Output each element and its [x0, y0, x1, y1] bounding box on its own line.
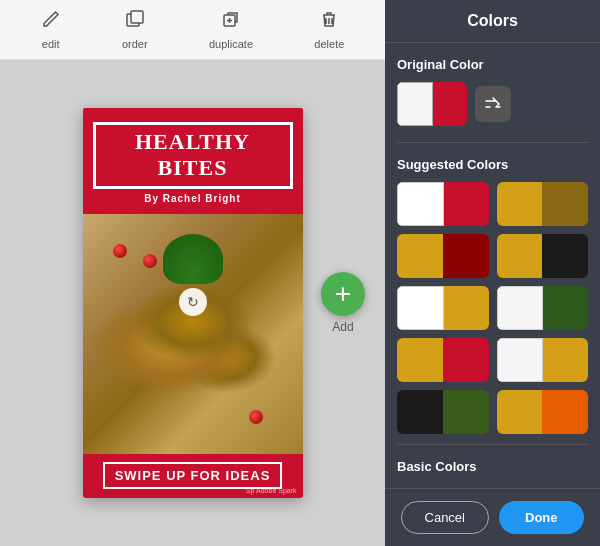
- book-cover[interactable]: Healthy Bites By Rachel Bright ↻ Swipe U…: [83, 108, 303, 498]
- done-button[interactable]: Done: [499, 501, 585, 534]
- pair-1-swatch-2: [444, 182, 489, 226]
- order-tool[interactable]: order: [122, 9, 148, 50]
- color-pair-1[interactable]: [397, 182, 489, 226]
- delete-label: delete: [314, 38, 344, 50]
- original-swatch-2: [433, 82, 467, 126]
- pair-2-swatch-1: [497, 182, 543, 226]
- edit-icon: [41, 9, 61, 34]
- pair-10-swatch-1: [497, 390, 543, 434]
- duplicate-label: duplicate: [209, 38, 253, 50]
- delete-tool[interactable]: delete: [314, 9, 344, 50]
- canvas-area: Healthy Bites By Rachel Bright ↻ Swipe U…: [0, 60, 385, 546]
- edit-label: edit: [42, 38, 60, 50]
- book-subtitle: By Rachel Bright: [93, 193, 293, 204]
- panel-header: Colors: [385, 0, 600, 43]
- pair-9-swatch-1: [397, 390, 443, 434]
- pair-4-swatch-2: [542, 234, 588, 278]
- pair-7-swatch-2: [443, 338, 489, 382]
- cherry-1: [113, 244, 127, 258]
- color-pair-2[interactable]: [497, 182, 589, 226]
- pair-10-swatch-2: [542, 390, 588, 434]
- color-pair-7[interactable]: [397, 338, 489, 382]
- svg-rect-1: [131, 11, 143, 23]
- shuffle-button[interactable]: [475, 86, 511, 122]
- colors-panel: Colors Original Color Suggested Colors: [385, 0, 600, 546]
- pair-2-swatch-2: [542, 182, 588, 226]
- basic-colors-label: Basic Colors: [397, 459, 588, 474]
- pair-5-swatch-1: [397, 286, 444, 330]
- cherry-2: [143, 254, 157, 268]
- color-pair-6[interactable]: [497, 286, 589, 330]
- book-food-image: [83, 214, 303, 454]
- cherry-3: [249, 410, 263, 424]
- pair-8-swatch-2: [543, 338, 588, 382]
- toolbar: edit order duplicate: [0, 0, 385, 60]
- panel-content: Original Color Suggested Colors: [385, 43, 600, 488]
- pair-1-swatch-1: [397, 182, 444, 226]
- pair-9-swatch-2: [443, 390, 489, 434]
- add-button[interactable]: +: [321, 272, 365, 316]
- divider-1: [397, 142, 588, 143]
- left-panel: edit order duplicate: [0, 0, 385, 546]
- pair-3-swatch-2: [443, 234, 489, 278]
- greenery: [163, 234, 223, 284]
- color-pair-3[interactable]: [397, 234, 489, 278]
- pair-4-swatch-1: [497, 234, 543, 278]
- add-label: Add: [332, 320, 353, 334]
- color-pair-8[interactable]: [497, 338, 589, 382]
- edit-tool[interactable]: edit: [41, 9, 61, 50]
- color-pair-10[interactable]: [497, 390, 589, 434]
- duplicate-icon: [221, 9, 241, 34]
- divider-2: [397, 444, 588, 445]
- book-title-area: Healthy Bites By Rachel Bright: [83, 108, 303, 214]
- color-pair-9[interactable]: [397, 390, 489, 434]
- original-color-row: [397, 82, 588, 126]
- pair-6-swatch-1: [497, 286, 544, 330]
- pair-5-swatch-2: [444, 286, 489, 330]
- order-icon: [125, 9, 145, 34]
- pair-6-swatch-2: [543, 286, 588, 330]
- original-swatch-1: [397, 82, 433, 126]
- suggested-colors-label: Suggested Colors: [397, 157, 588, 172]
- original-color-swatch[interactable]: [397, 82, 467, 126]
- order-label: order: [122, 38, 148, 50]
- color-pair-5[interactable]: [397, 286, 489, 330]
- book-footer-text: Swipe Up For Ideas: [103, 462, 283, 489]
- color-pair-4[interactable]: [497, 234, 589, 278]
- panel-title: Colors: [467, 12, 518, 29]
- book-title: Healthy Bites: [93, 122, 293, 189]
- suggested-colors-grid: [397, 182, 588, 434]
- original-color-label: Original Color: [397, 57, 588, 72]
- pair-3-swatch-1: [397, 234, 443, 278]
- book-brand: Sp Adobe Spark: [246, 487, 297, 494]
- delete-icon: [319, 9, 339, 34]
- rotate-icon[interactable]: ↻: [179, 288, 207, 316]
- pair-7-swatch-1: [397, 338, 443, 382]
- cancel-button[interactable]: Cancel: [401, 501, 489, 534]
- pair-8-swatch-1: [497, 338, 544, 382]
- panel-footer: Cancel Done: [385, 488, 600, 546]
- duplicate-tool[interactable]: duplicate: [209, 9, 253, 50]
- add-button-container: + Add: [321, 272, 365, 334]
